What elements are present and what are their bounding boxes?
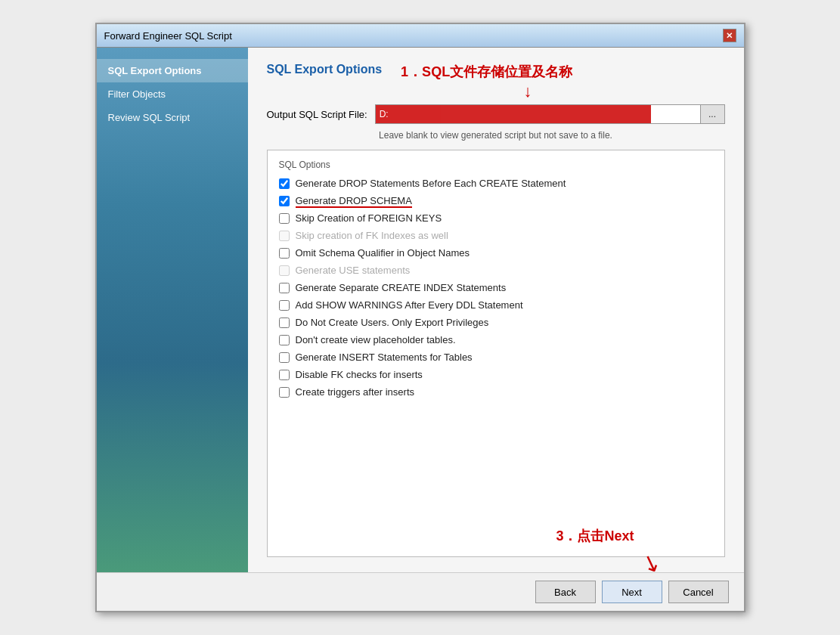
- checkbox-row-no-view-placeholder: Don't create view placeholder tables.: [279, 334, 713, 345]
- checkbox-insert-statements[interactable]: [279, 352, 290, 363]
- checkbox-row-insert-statements: Generate INSERT Statements for Tables: [279, 352, 713, 363]
- checkbox-row-disable-fk-checks: Disable FK checks for inserts: [279, 369, 713, 380]
- checkbox-disable-fk-checks[interactable]: [279, 370, 290, 380]
- label-disable-fk-checks[interactable]: Disable FK checks for inserts: [296, 369, 423, 380]
- file-input-value[interactable]: D:: [380, 109, 389, 119]
- label-skip-fk-indexes: Skip creation of FK Indexes as well: [296, 230, 448, 241]
- checkbox-drop-schema[interactable]: [279, 196, 290, 206]
- checkbox-row-drop-statements: Generate DROP Statements Before Each CRE…: [279, 178, 713, 189]
- dialog-footer: Back Next Cancel: [97, 572, 744, 611]
- checkbox-row-drop-schema: Generate DROP SCHEMA 2．选中这两项 ←: [279, 195, 713, 206]
- dialog-title: Forward Engineer SQL Script: [104, 30, 232, 42]
- checkbox-row-skip-fk-indexes: Skip creation of FK Indexes as well: [279, 230, 713, 241]
- sidebar-item-sql-export-options[interactable]: SQL Export Options: [97, 59, 248, 82]
- label-generate-use: Generate USE statements: [296, 265, 411, 276]
- section-title: SQL Export Options: [267, 63, 383, 76]
- titlebar: Forward Engineer SQL Script ✕: [97, 24, 744, 48]
- options-box: SQL Options Generate DROP Statements Bef…: [267, 150, 725, 557]
- checkbox-row-show-warnings: Add SHOW WARNINGS After Every DDL Statem…: [279, 299, 713, 311]
- sidebar-item-review-sql-script[interactable]: Review SQL Script: [97, 106, 248, 129]
- checkbox-create-triggers[interactable]: [279, 387, 290, 398]
- main-content: SQL Export Options 1．SQL文件存储位置及名称 ↓ Outp…: [248, 48, 744, 572]
- checkbox-omit-schema[interactable]: [279, 248, 290, 259]
- browse-button[interactable]: ...: [701, 104, 725, 124]
- label-skip-fk[interactable]: Skip Creation of FOREIGN KEYS: [296, 212, 442, 224]
- label-separate-index[interactable]: Generate Separate CREATE INDEX Statement…: [296, 282, 507, 293]
- checkbox-drop-statements[interactable]: [279, 178, 290, 189]
- checkbox-row-skip-fk: Skip Creation of FOREIGN KEYS: [279, 212, 713, 224]
- label-no-create-users[interactable]: Do Not Create Users. Only Export Privile…: [296, 317, 489, 328]
- checkbox-skip-fk[interactable]: [279, 213, 290, 224]
- checkbox-skip-fk-indexes: [279, 231, 290, 241]
- label-insert-statements[interactable]: Generate INSERT Statements for Tables: [296, 352, 473, 363]
- checkbox-row-omit-schema: Omit Schema Qualifier in Object Names: [279, 247, 713, 259]
- label-omit-schema[interactable]: Omit Schema Qualifier in Object Names: [296, 247, 470, 259]
- checkbox-row-generate-use: Generate USE statements: [279, 265, 713, 276]
- next-button[interactable]: Next: [602, 581, 662, 603]
- label-drop-schema[interactable]: Generate DROP SCHEMA: [296, 195, 412, 206]
- checkbox-show-warnings[interactable]: [279, 300, 290, 311]
- checkbox-generate-use: [279, 265, 290, 276]
- cancel-button[interactable]: Cancel: [668, 581, 729, 603]
- dialog-body: SQL Export Options Filter Objects Review…: [97, 48, 744, 572]
- sidebar-item-filter-objects[interactable]: Filter Objects: [97, 82, 248, 106]
- options-group-label: SQL Options: [279, 160, 713, 170]
- hint-text: Leave blank to view generated script but…: [267, 130, 725, 141]
- annotation-3: 3．点击Next: [556, 527, 634, 545]
- label-no-view-placeholder[interactable]: Don't create view placeholder tables.: [296, 334, 456, 345]
- label-create-triggers[interactable]: Create triggers after inserts: [296, 386, 415, 398]
- label-drop-statements[interactable]: Generate DROP Statements Before Each CRE…: [296, 178, 566, 189]
- label-show-warnings[interactable]: Add SHOW WARNINGS After Every DDL Statem…: [296, 299, 523, 311]
- checkbox-separate-index[interactable]: [279, 283, 290, 293]
- dialog: Forward Engineer SQL Script ✕ SQL Export…: [95, 23, 745, 612]
- close-button[interactable]: ✕: [723, 29, 736, 42]
- back-button[interactable]: Back: [535, 581, 596, 603]
- checkbox-row-create-triggers: Create triggers after inserts: [279, 386, 713, 398]
- checkbox-no-view-placeholder[interactable]: [279, 335, 290, 345]
- file-label: Output SQL Script File:: [267, 109, 367, 120]
- annotation-1: 1．SQL文件存储位置及名称: [401, 63, 572, 81]
- file-row: Output SQL Script File: D: ...: [267, 104, 725, 124]
- checkbox-row-separate-index: Generate Separate CREATE INDEX Statement…: [279, 282, 713, 293]
- checkbox-row-no-create-users: Do Not Create Users. Only Export Privile…: [279, 317, 713, 328]
- checkbox-no-create-users[interactable]: [279, 318, 290, 328]
- sidebar: SQL Export Options Filter Objects Review…: [97, 48, 248, 572]
